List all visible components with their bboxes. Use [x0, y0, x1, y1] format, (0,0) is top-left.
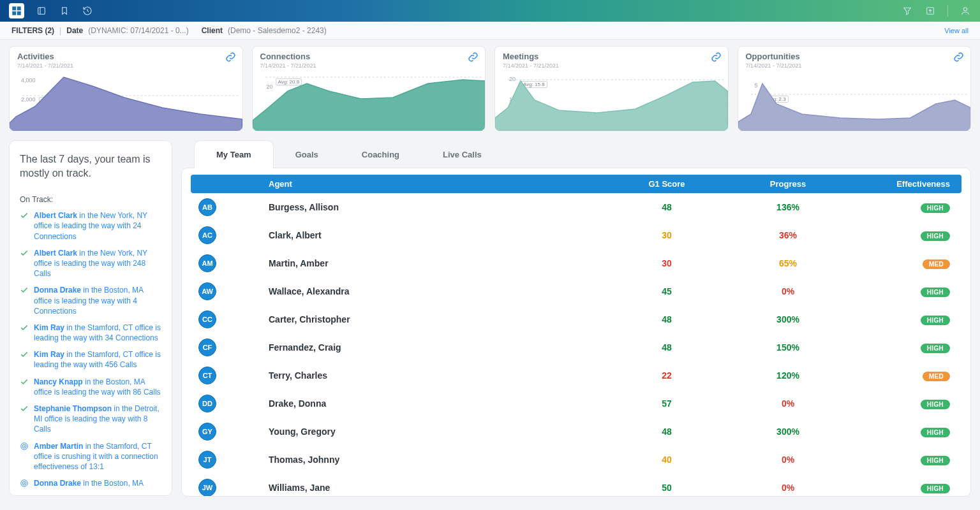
- g1-score: 48: [609, 314, 724, 324]
- check-icon: [20, 377, 29, 397]
- card-date: 7/14/2021 - 7/21/2021: [503, 62, 720, 69]
- col-agent[interactable]: Agent: [269, 179, 609, 189]
- summary-card-opportunities[interactable]: Opportunities7/14/2021 - 7/21/20215Avg: …: [738, 46, 972, 131]
- target-icon: [20, 479, 29, 490]
- summary-card-connections[interactable]: Connections7/14/2021 - 7/21/202120Avg: 2…: [252, 46, 486, 131]
- tab-goals[interactable]: Goals: [274, 140, 340, 168]
- g1-score: 40: [609, 455, 724, 465]
- svg-line-3: [87, 11, 89, 11]
- progress-value: 65%: [724, 258, 852, 268]
- link-icon[interactable]: [953, 52, 964, 65]
- effectiveness-badge: HIGH: [921, 316, 950, 325]
- agent-name: Carter, Christopher: [269, 314, 609, 324]
- agent-name: Fernandez, Craig: [269, 342, 609, 353]
- filter-date-label: Date: [66, 26, 83, 35]
- g1-score: 30: [609, 230, 724, 240]
- filter-date-value[interactable]: (DYNAMIC: 07/14/2021 - 0...): [88, 26, 188, 35]
- progress-value: 120%: [724, 370, 852, 381]
- insight-item[interactable]: Stephanie Thompson in the Detroit, MI of…: [20, 404, 161, 435]
- area-chart: [495, 72, 728, 131]
- effectiveness-badge: HIGH: [921, 456, 950, 465]
- link-icon[interactable]: [711, 52, 722, 65]
- filter-bar: FILTERS (2) | Date (DYNAMIC: 07/14/2021 …: [0, 22, 980, 40]
- effectiveness-badge: HIGH: [921, 288, 950, 297]
- table-header: Agent G1 Score Progress Effectiveness: [191, 175, 961, 193]
- agent-name: Thomas, Johnny: [269, 455, 609, 465]
- avatar: CC: [198, 310, 216, 328]
- progress-value: 0%: [724, 286, 852, 296]
- progress-value: 36%: [724, 230, 852, 240]
- insight-item[interactable]: Amber Martin in the Stamford, CT office …: [20, 441, 161, 472]
- link-icon[interactable]: [225, 52, 236, 65]
- tab-coaching[interactable]: Coaching: [340, 140, 421, 168]
- progress-value: 0%: [724, 455, 852, 465]
- avatar: DD: [198, 395, 216, 412]
- insight-item[interactable]: Nancy Knapp in the Boston, MA office is …: [20, 377, 161, 397]
- filters-count[interactable]: FILTERS (2): [11, 26, 54, 35]
- summary-card-activities[interactable]: Activities7/14/2021 - 7/21/20214,0002,00…: [9, 46, 243, 131]
- effectiveness-badge: MED: [923, 259, 950, 269]
- export-icon[interactable]: [924, 5, 936, 17]
- link-icon[interactable]: [468, 52, 479, 65]
- insight-item[interactable]: Kim Ray in the Stamford, CT office is le…: [20, 323, 161, 343]
- g1-score: 22: [609, 370, 724, 381]
- col-effectiveness[interactable]: Effectiveness: [852, 179, 954, 189]
- insights-subhead: On Track:: [20, 195, 161, 204]
- insight-item[interactable]: Kim Ray in the Stamford, CT office is le…: [20, 349, 161, 370]
- view-all-link[interactable]: View all: [944, 27, 969, 34]
- check-icon: [20, 323, 29, 343]
- effectiveness-badge: HIGH: [921, 344, 950, 353]
- g1-score: 48: [609, 202, 724, 212]
- table-row[interactable]: DDDrake, Donna570%HIGH: [191, 390, 961, 418]
- top-navbar: [0, 0, 980, 22]
- progress-value: 0%: [724, 483, 852, 493]
- agent-name: Terry, Charles: [269, 370, 609, 381]
- app-logo[interactable]: [9, 3, 24, 18]
- col-score[interactable]: G1 Score: [609, 179, 724, 189]
- tab-live-calls[interactable]: Live Calls: [421, 140, 503, 168]
- sidebar-icon[interactable]: [36, 5, 47, 17]
- avatar: AW: [198, 282, 216, 300]
- filter-icon[interactable]: [902, 5, 913, 17]
- summary-card-meetings[interactable]: Meetings7/14/2021 - 7/21/20212010Avg: 15…: [494, 46, 729, 131]
- table-row[interactable]: AWWallace, Alexandra450%HIGH: [191, 277, 961, 305]
- check-icon: [20, 350, 29, 370]
- table-row[interactable]: ABBurgess, Allison48136%HIGH: [191, 193, 961, 221]
- agent-name: Drake, Donna: [269, 398, 609, 409]
- table-row[interactable]: ACClark, Albert3036%HIGH: [191, 221, 961, 249]
- card-date: 7/14/2021 - 7/21/2021: [17, 62, 235, 69]
- table-row[interactable]: CTTerry, Charles22120%MED: [191, 361, 961, 390]
- progress-value: 136%: [724, 202, 852, 212]
- insight-item[interactable]: Donna Drake in the Boston, MA: [20, 478, 161, 490]
- check-icon: [20, 249, 29, 279]
- col-progress[interactable]: Progress: [724, 179, 852, 189]
- effectiveness-badge: HIGH: [921, 400, 950, 409]
- insight-item[interactable]: Donna Drake in the Boston, MA office is …: [20, 285, 161, 316]
- agent-name: Williams, Jane: [269, 483, 609, 493]
- agent-name: Burgess, Allison: [269, 202, 609, 212]
- bookmark-icon[interactable]: [59, 5, 70, 17]
- insight-item[interactable]: Albert Clark in the New York, NY office …: [20, 248, 161, 279]
- avatar: AC: [198, 226, 216, 244]
- table-row[interactable]: CCCarter, Christopher48300%HIGH: [191, 305, 961, 333]
- insights-heading: The last 7 days, your team is mostly on …: [20, 152, 161, 180]
- table-row[interactable]: JWWilliams, Jane500%HIGH: [191, 474, 961, 497]
- avatar: AB: [198, 198, 216, 216]
- table-row[interactable]: JTThomas, Johnny400%HIGH: [191, 446, 961, 474]
- insights-sidebar: The last 7 days, your team is mostly on …: [9, 140, 172, 496]
- history-icon[interactable]: [82, 5, 93, 17]
- insight-item[interactable]: Albert Clark in the New York, NY office …: [20, 210, 161, 242]
- svg-point-6: [963, 8, 967, 11]
- table-row[interactable]: GYYoung, Gregory48300%HIGH: [191, 418, 961, 446]
- avatar: CT: [198, 367, 216, 384]
- area-chart: [253, 72, 486, 131]
- table-row[interactable]: CFFernandez, Craig48150%HIGH: [191, 333, 961, 361]
- filter-client-value[interactable]: (Demo - Salesdemo2 - 2243): [228, 26, 327, 35]
- user-icon[interactable]: [960, 5, 971, 17]
- effectiveness-badge: HIGH: [921, 428, 950, 437]
- card-date: 7/14/2021 - 7/21/2021: [260, 62, 478, 69]
- area-chart: [738, 72, 971, 131]
- tab-my-team[interactable]: My Team: [194, 140, 274, 168]
- table-row[interactable]: AMMartin, Amber3065%MED: [191, 249, 961, 277]
- agent-name: Young, Gregory: [269, 426, 609, 437]
